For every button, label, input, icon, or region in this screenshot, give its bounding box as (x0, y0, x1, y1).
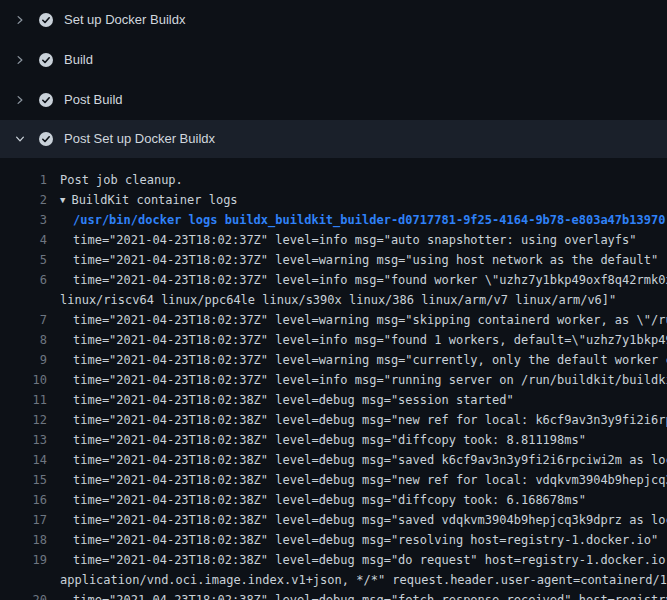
check-circle-icon (38, 131, 54, 147)
workflow-log-viewer: Set up Docker Buildx Build Post Build Po… (0, 0, 667, 600)
check-circle-icon (38, 12, 54, 28)
log-line: 19 time="2021-04-23T18:02:38Z" level=deb… (0, 550, 667, 570)
line-number[interactable]: 11 (0, 390, 47, 410)
chevron-down-icon (14, 133, 26, 145)
check-circle-icon (38, 92, 54, 108)
line-number[interactable]: 15 (0, 470, 47, 490)
log-text: time="2021-04-23T18:02:38Z" level=debug … (73, 593, 667, 600)
log-text: time="2021-04-23T18:02:38Z" level=debug … (73, 553, 667, 567)
log-text: time="2021-04-23T18:02:38Z" level=debug … (73, 513, 667, 527)
line-number[interactable]: 3 (0, 210, 47, 230)
log-text: /usr/bin/docker logs buildx_buildkit_bui… (73, 213, 665, 227)
log-line: 3 /usr/bin/docker logs buildx_buildkit_b… (0, 210, 667, 230)
log-line: 4 time="2021-04-23T18:02:37Z" level=info… (0, 230, 667, 250)
line-number[interactable]: 13 (0, 430, 47, 450)
log-text: time="2021-04-23T18:02:38Z" level=debug … (73, 413, 667, 427)
log-line: 13 time="2021-04-23T18:02:38Z" level=deb… (0, 430, 667, 450)
line-number[interactable]: 7 (0, 310, 47, 330)
log-text: time="2021-04-23T18:02:37Z" level=info m… (73, 273, 667, 287)
log-text: time="2021-04-23T18:02:38Z" level=debug … (73, 433, 586, 447)
log-text: time="2021-04-23T18:02:38Z" level=debug … (73, 493, 586, 507)
step-list: Set up Docker Buildx Build Post Build Po… (0, 0, 667, 158)
log-text: time="2021-04-23T18:02:37Z" level=info m… (73, 373, 667, 387)
chevron-right-icon (14, 54, 26, 66)
log-line: 17 time="2021-04-23T18:02:38Z" level=deb… (0, 510, 667, 530)
line-number[interactable]: 14 (0, 450, 47, 470)
log-text: time="2021-04-23T18:02:38Z" level=debug … (73, 533, 658, 547)
log-area: 1 Post job cleanup. 2 ▼BuildKit containe… (0, 158, 667, 600)
log-text: time="2021-04-23T18:02:37Z" level=info m… (73, 233, 637, 247)
line-number[interactable]: 9 (0, 350, 47, 370)
log-line: 6 time="2021-04-23T18:02:37Z" level=info… (0, 270, 667, 290)
line-number[interactable]: 6 (0, 270, 47, 290)
log-text: BuildKit container logs (71, 193, 237, 207)
log-line: 9 time="2021-04-23T18:02:37Z" level=warn… (0, 350, 667, 370)
log-text: application/vnd.oci.image.index.v1+json,… (60, 573, 667, 587)
step-label: Post Set up Docker Buildx (64, 131, 215, 147)
line-number[interactable]: 18 (0, 530, 47, 550)
log-line: application/vnd.oci.image.index.v1+json,… (0, 570, 667, 590)
log-line: 1 Post job cleanup. (0, 170, 667, 190)
line-number[interactable]: 8 (0, 330, 47, 350)
log-text: time="2021-04-23T18:02:37Z" level=info m… (73, 333, 667, 347)
line-number[interactable]: 19 (0, 550, 47, 570)
log-line: 18 time="2021-04-23T18:02:38Z" level=deb… (0, 530, 667, 550)
step-label: Set up Docker Buildx (64, 12, 185, 28)
line-number[interactable]: 5 (0, 250, 47, 270)
line-number[interactable]: 10 (0, 370, 47, 390)
line-number[interactable]: 4 (0, 230, 47, 250)
line-number[interactable] (0, 570, 47, 590)
log-line: 11 time="2021-04-23T18:02:38Z" level=deb… (0, 390, 667, 410)
line-number[interactable]: 20 (0, 590, 47, 600)
log-line: 2 ▼BuildKit container logs (0, 190, 667, 210)
chevron-right-icon (14, 94, 26, 106)
log-line: 14 time="2021-04-23T18:02:38Z" level=deb… (0, 450, 667, 470)
log-text: time="2021-04-23T18:02:38Z" level=debug … (73, 473, 667, 487)
log-text: time="2021-04-23T18:02:38Z" level=debug … (73, 453, 667, 467)
log-line: 12 time="2021-04-23T18:02:38Z" level=deb… (0, 410, 667, 430)
log-text: Post job cleanup. (60, 173, 183, 187)
log-text: time="2021-04-23T18:02:37Z" level=warnin… (73, 253, 658, 267)
log-text: time="2021-04-23T18:02:37Z" level=warnin… (73, 313, 667, 327)
chevron-right-icon (14, 14, 26, 26)
log-line: 15 time="2021-04-23T18:02:38Z" level=deb… (0, 470, 667, 490)
line-number[interactable]: 17 (0, 510, 47, 530)
group-caret-icon[interactable]: ▼ (60, 190, 65, 210)
line-number[interactable]: 2 (0, 190, 47, 210)
step-header[interactable]: Build (0, 40, 667, 80)
step-header[interactable]: Post Set up Docker Buildx (0, 120, 667, 158)
log-line: 8 time="2021-04-23T18:02:37Z" level=info… (0, 330, 667, 350)
log-line: linux/riscv64 linux/ppc64le linux/s390x … (0, 290, 667, 310)
check-circle-icon (38, 52, 54, 68)
log-text: time="2021-04-23T18:02:37Z" level=warnin… (73, 353, 667, 367)
step-header[interactable]: Post Build (0, 80, 667, 120)
log-line: 7 time="2021-04-23T18:02:37Z" level=warn… (0, 310, 667, 330)
log-line: 20 time="2021-04-23T18:02:38Z" level=deb… (0, 590, 667, 600)
log-text: linux/riscv64 linux/ppc64le linux/s390x … (60, 293, 616, 307)
log-text: time="2021-04-23T18:02:38Z" level=debug … (73, 393, 514, 407)
line-number[interactable]: 16 (0, 490, 47, 510)
step-label: Post Build (64, 92, 123, 108)
line-number[interactable] (0, 290, 47, 310)
line-number[interactable]: 1 (0, 170, 47, 190)
log-line: 16 time="2021-04-23T18:02:38Z" level=deb… (0, 490, 667, 510)
line-number[interactable]: 12 (0, 410, 47, 430)
log-line: 5 time="2021-04-23T18:02:37Z" level=warn… (0, 250, 667, 270)
step-header[interactable]: Set up Docker Buildx (0, 0, 667, 40)
step-label: Build (64, 52, 93, 68)
log-line: 10 time="2021-04-23T18:02:37Z" level=inf… (0, 370, 667, 390)
